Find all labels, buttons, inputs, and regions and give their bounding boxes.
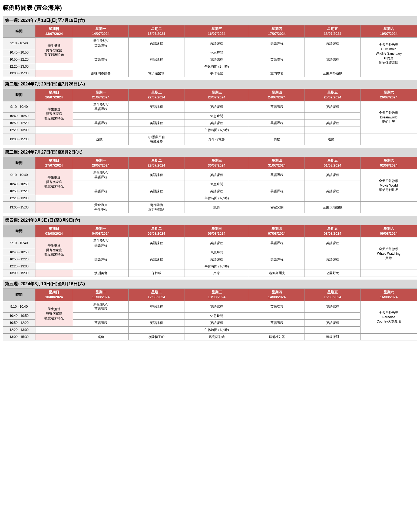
w4-header-tue: 星期二05/08/2024 (129, 225, 184, 237)
w5-header-thu: 星期四14/08/2024 (249, 289, 305, 301)
w4-header-sat: 星期六09/08/2024 (360, 225, 417, 237)
w4-header-thu: 星期四07/08/2024 (249, 225, 305, 237)
week3-table: 時間 星期日27/07/2024 星期一28/07/2024 星期二29/07/… (3, 157, 417, 213)
table-row: 9:10 - 10:40 學生抵達與寄宿家庭歡度週末時光 新生說明*/英語課程 … (3, 301, 417, 313)
w1-header-time: 時間 (3, 25, 35, 38)
table-row: 12:20 - 13:00 午休時間 (1小時) (3, 63, 417, 70)
table-row: 12:20 - 13:00 午休時間 (1小時) (3, 326, 417, 333)
table-row: 12:20 - 13:00 午休時間 (1小時) (3, 127, 417, 134)
table-row: 9:10 - 10:40 學生抵達與寄宿家庭歡度週末時光 新生說明*/英語課程 … (3, 237, 417, 249)
w2-header-mon: 星期一21/07/2024 (73, 89, 129, 101)
week2-table: 時間 星期日20/07/2024 星期一21/07/2024 星期二22/07/… (3, 89, 417, 145)
w2-header-fri: 星期五25/07/2024 (305, 89, 361, 101)
w5-header-fri: 星期五15/08/2024 (305, 289, 361, 301)
w1-header-sat: 星期六19/07/2024 (360, 25, 417, 38)
week1-title: 第一週: 2024年7月13日(日)至7月19日(六) (3, 16, 417, 25)
week3-title: 第三週: 2024年7月27日(日)至8月2日(六) (3, 148, 417, 157)
w3-header-tue: 星期二29/07/2024 (129, 157, 184, 169)
table-row: 9:10 - 10:40 學生抵達與寄宿家庭歡度週末時光 新生說明*/英語課程 … (3, 38, 417, 49)
w2-header-sun: 星期日20/07/2024 (35, 89, 73, 101)
w4-header-wed: 星期三06/08/2024 (184, 225, 249, 237)
w3-header-sat: 星期六02/08/2024 (360, 157, 417, 169)
w4-header-time: 時間 (3, 225, 35, 237)
week4-table: 時間 星期日03/08/2024 星期一04/08/2024 星期二05/08/… (3, 225, 417, 277)
w4-header-sun: 星期日03/08/2024 (35, 225, 73, 237)
table-row: 13:00 - 15:30 黃金海岸學生中心 爬行動物近距離體驗 跳舞 密室闖關… (3, 202, 417, 213)
w3-header-wed: 星期三30/07/2024 (184, 157, 249, 169)
week5-title: 第五週: 2024年8月10日(日)至8月16日(六) (3, 280, 417, 288)
w4-header-mon: 星期一04/08/2024 (73, 225, 129, 237)
w4-header-fri: 星期五08/08/2024 (305, 225, 361, 237)
w2-header-thu: 星期四24/07/2024 (249, 89, 305, 101)
table-row: 9:10 - 10:40 學生抵達與寄宿家庭歡度週末時光 新生說明*/英語課程 … (3, 101, 417, 113)
page-title: 範例時間表 (黃金海岸) (3, 3, 417, 13)
w1-header-fri: 星期五18/07/2024 (305, 25, 361, 38)
table-row: 13:00 - 15:30 桌遊 水陸騎子船 馬克杯彩繪 鐳射槍對戰 班級派對 (3, 333, 417, 340)
w1-header-sun: 星期日13/07/2024 (35, 25, 73, 38)
w5-header-sun: 星期日10/08/2024 (35, 289, 73, 301)
w3-header-time: 時間 (3, 157, 35, 169)
table-row: 13:00 - 15:30 澳洲美食 保齡球 桌球 迷你高爾夫 公園野餐 (3, 270, 417, 277)
w5-header-mon: 星期一11/08/2024 (73, 289, 129, 301)
w1-header-thu: 星期四17/07/2024 (249, 25, 305, 38)
w3-header-sun: 星期日27/07/2024 (35, 157, 73, 169)
w3-header-thu: 星期四31/07/2024 (249, 157, 305, 169)
w2-header-time: 時間 (3, 89, 35, 101)
w5-header-sat: 星期六16/08/2024 (360, 289, 417, 301)
w1-header-wed: 星期三16/07/2024 (184, 25, 249, 38)
w2-header-sat: 星期六26/07/2024 (360, 89, 417, 101)
week4-title: 第四週: 2024年8月3日(日)至8月9日(六) (3, 216, 417, 225)
w2-header-wed: 星期三23/07/2024 (184, 89, 249, 101)
table-row: 12:20 - 13:00 午休時間 (1小時) (3, 195, 417, 202)
w5-header-tue: 星期二12/08/2024 (129, 289, 184, 301)
week2-title: 第二週: 2024年7月20日(日)至7月26日(六) (3, 80, 417, 89)
table-row: 13:00 - 15:30 趣味問答競賽 電子遊樂場 手作活動 室內攀岩 公園戶… (3, 70, 417, 77)
w3-header-mon: 星期一28/07/2024 (73, 157, 129, 169)
table-row: 9:10 - 10:40 學生抵達與寄宿家庭歡度週末時光 新生說明*/英語課程 … (3, 169, 417, 181)
week5-table: 時間 星期日10/08/2024 星期一11/08/2024 星期二12/08/… (3, 288, 417, 340)
week1-table: 時間 星期日13/07/2024 星期一14/07/2024 星期二15/07/… (3, 25, 417, 77)
w1-header-tue: 星期二15/07/2024 (129, 25, 184, 38)
w1-header-mon: 星期一14/07/2024 (73, 25, 129, 38)
table-row: 13:00 - 15:30 遊戲日 Q1景觀平台海灘漫步 爆米花電影 購物 運動… (3, 134, 417, 145)
w5-header-wed: 星期三13/08/2024 (184, 289, 249, 301)
w5-header-time: 時間 (3, 289, 35, 301)
w2-header-tue: 星期二22/07/2024 (129, 89, 184, 101)
w3-header-fri: 星期五01/08/2024 (305, 157, 361, 169)
table-row: 12:20 - 13:00 午休時間 (1小時) (3, 263, 417, 270)
